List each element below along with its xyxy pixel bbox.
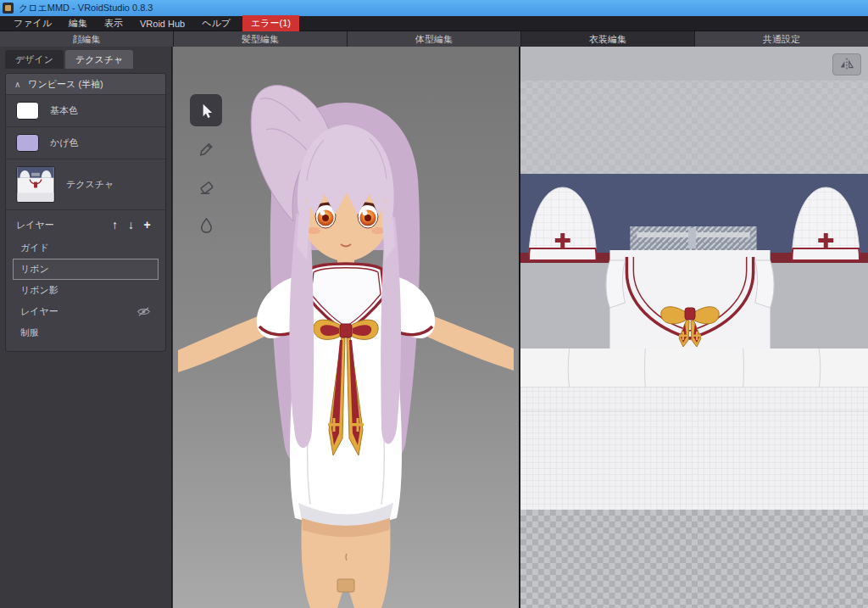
layer-list: ガイド リボン リボン影 レイヤー — [6, 235, 165, 351]
eraser-icon — [198, 178, 215, 196]
tab-hair-edit[interactable]: 髪型編集 — [174, 31, 347, 47]
layer-move-down-button[interactable]: ↓ — [123, 218, 139, 231]
brush-tool-button[interactable] — [190, 132, 222, 165]
mirror-icon — [837, 57, 856, 72]
hips — [301, 518, 390, 608]
shade-color-swatch[interactable] — [16, 134, 39, 152]
model-viewport[interactable] — [173, 47, 519, 608]
menu-edit[interactable]: 編集 — [60, 15, 96, 31]
texture-row-label: テクスチャ — [66, 178, 114, 191]
edit-mode-tabs: 顔編集 髪型編集 体型編集 衣装編集 共通設定 — [0, 31, 868, 47]
app-window: クロエMMD - VRoidStudio 0.8.3 ファイル 編集 表示 VR… — [0, 0, 868, 608]
layer-item-uniform[interactable]: 制服 — [13, 322, 159, 343]
texture-canvas[interactable] — [520, 47, 868, 608]
tab-texture[interactable]: テクスチャ — [65, 50, 133, 69]
layer-item-guide[interactable]: ガイド — [13, 237, 159, 259]
visibility-off-icon[interactable] — [136, 306, 151, 317]
layer-item-ribbon-shadow[interactable]: リボン影 — [13, 280, 159, 301]
left-sidebar: デザイン テクスチャ ∧ ワンピース (半袖) 基本色 かげ色 — [0, 47, 172, 608]
cursor-icon — [198, 102, 215, 120]
window-title: クロエMMD - VRoidStudio 0.8.3 — [19, 2, 153, 14]
texture-editor-panel — [519, 47, 868, 608]
section-header-onepiece[interactable]: ∧ ワンピース (半袖) — [6, 74, 165, 94]
select-tool-button[interactable] — [190, 94, 222, 126]
base-color-swatch[interactable] — [16, 102, 39, 120]
layer-item-label: レイヤー — [20, 305, 58, 318]
blur-tool-button[interactable] — [190, 209, 222, 241]
layer-add-button[interactable]: + — [139, 218, 155, 231]
shade-color-label: かげ色 — [50, 137, 79, 149]
tab-design[interactable]: デザイン — [5, 50, 64, 69]
menu-view[interactable]: 表示 — [96, 15, 131, 31]
menu-error[interactable]: エラー(1) — [242, 15, 299, 31]
paint-tool-palette — [190, 94, 222, 241]
app-icon — [3, 3, 14, 14]
layer-item-label: リボン影 — [20, 284, 58, 297]
layer-item-label: リボン — [20, 263, 49, 276]
texture-row[interactable]: テクスチャ — [6, 159, 165, 209]
mirror-toggle-button[interactable] — [832, 53, 861, 75]
texture-hem-band — [520, 349, 868, 388]
pencil-icon — [198, 140, 215, 158]
right-arm — [427, 316, 514, 371]
layer-move-up-button[interactable]: ↑ — [107, 218, 123, 231]
layer-item-layer[interactable]: レイヤー — [13, 301, 159, 322]
layer-item-ribbon[interactable]: リボン — [13, 259, 159, 280]
shade-color-row[interactable]: かげ色 — [6, 126, 165, 159]
tab-outfit-edit[interactable]: 衣装編集 — [521, 31, 694, 47]
base-color-row[interactable]: 基本色 — [6, 94, 165, 126]
eraser-tool-button[interactable] — [190, 170, 222, 203]
menubar: ファイル 編集 表示 VRoid Hub ヘルプ エラー(1) — [0, 16, 868, 31]
section-title: ワンピース (半袖) — [28, 78, 103, 91]
texture-body-grid — [520, 388, 868, 510]
menu-help[interactable]: ヘルプ — [193, 15, 239, 31]
menu-vroid-hub[interactable]: VRoid Hub — [131, 17, 193, 31]
layers-label: レイヤー — [16, 219, 54, 231]
texture-parts-strip — [630, 226, 756, 250]
base-color-label: 基本色 — [50, 104, 78, 117]
character-model[interactable] — [173, 47, 519, 608]
sidebar-tabs: デザイン テクスチャ — [0, 47, 171, 69]
titlebar: クロエMMD - VRoidStudio 0.8.3 — [0, 0, 868, 16]
droplet-icon — [198, 216, 215, 234]
layer-item-label: 制服 — [20, 326, 39, 339]
item-panel: ∧ ワンピース (半袖) 基本色 かげ色 — [5, 73, 166, 352]
collapse-chevron-icon: ∧ — [14, 80, 20, 89]
menu-file[interactable]: ファイル — [5, 15, 60, 31]
texture-transparent-bottom — [520, 510, 868, 608]
bandage-patch — [337, 579, 354, 592]
layers-header: レイヤー ↑ ↓ + — [6, 209, 165, 235]
left-arm — [178, 316, 264, 372]
layer-item-label: ガイド — [20, 242, 49, 254]
texture-thumbnail[interactable] — [16, 166, 55, 203]
tab-body-edit[interactable]: 体型編集 — [348, 31, 520, 47]
tab-face-edit[interactable]: 顔編集 — [0, 31, 173, 47]
tab-common-settings[interactable]: 共通設定 — [695, 31, 868, 47]
